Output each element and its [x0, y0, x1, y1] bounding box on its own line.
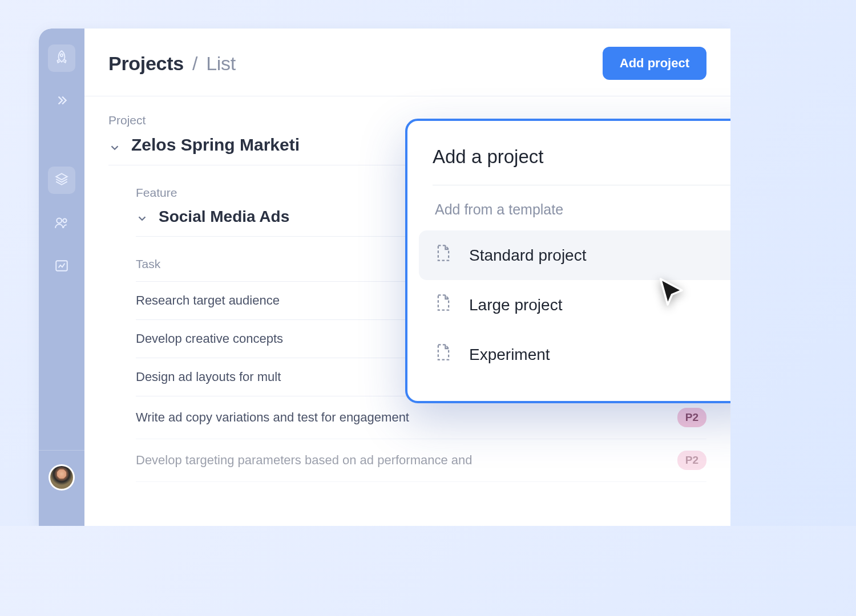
template-label: Standard project [469, 246, 586, 265]
sidebar-item-people[interactable] [48, 210, 75, 237]
priority-badge: P2 [677, 451, 706, 470]
task-title: Develop creative concepts [136, 331, 283, 346]
popover-subtitle: Add from a template [433, 201, 730, 218]
header: Projects / List Add project [84, 29, 730, 96]
template-label: Experiment [469, 346, 550, 364]
avatar-image [50, 466, 73, 489]
task-title: Write ad copy variations and test for en… [136, 410, 409, 425]
main-content: Projects / List Add project Project Zelo… [84, 29, 730, 526]
sidebar-item-expand[interactable] [48, 88, 75, 115]
chevrons-right-icon [54, 93, 69, 110]
chevron-down-icon[interactable] [136, 210, 148, 223]
breadcrumb-separator: / [192, 52, 197, 74]
feature-name: Social Media Ads [159, 208, 289, 226]
task-title: Design ad layouts for mult [136, 370, 281, 384]
layers-icon [54, 172, 69, 189]
file-dashed-icon [435, 294, 452, 316]
sidebar-divider [39, 450, 84, 451]
template-option-experiment[interactable]: Experiment [419, 330, 730, 379]
template-label: Large project [469, 296, 562, 314]
chevron-down-icon[interactable] [108, 139, 121, 151]
add-project-popover: Add a project Add from a template Standa… [405, 119, 730, 403]
sidebar [39, 29, 84, 526]
avatar[interactable] [49, 464, 75, 491]
users-icon [54, 215, 69, 232]
file-dashed-icon [435, 244, 452, 266]
popover-title: Add a project [433, 146, 730, 185]
sidebar-item-layers[interactable] [48, 167, 75, 194]
add-project-button[interactable]: Add project [603, 47, 706, 80]
template-option-standard[interactable]: Standard project [419, 230, 730, 280]
task-title: Develop targeting parameters based on ad… [136, 453, 472, 468]
svg-point-1 [56, 218, 62, 223]
task-row[interactable]: Develop targeting parameters based on ad… [136, 439, 706, 482]
sidebar-item-analytics[interactable] [48, 253, 75, 281]
sidebar-item-launch[interactable] [48, 44, 75, 72]
priority-badge: P2 [677, 408, 706, 427]
cursor-icon [656, 276, 691, 310]
breadcrumb-root[interactable]: Projects [108, 52, 184, 74]
breadcrumb-current[interactable]: List [206, 52, 236, 74]
svg-point-0 [60, 54, 63, 56]
chart-icon [54, 258, 69, 275]
rocket-icon [54, 50, 69, 67]
task-title: Research target audience [136, 293, 280, 308]
breadcrumb: Projects / List [108, 52, 236, 75]
file-dashed-icon [435, 343, 452, 366]
app-window: Projects / List Add project Project Zelo… [39, 29, 730, 526]
svg-point-2 [63, 219, 67, 223]
project-name: Zelos Spring Marketi [131, 135, 300, 155]
